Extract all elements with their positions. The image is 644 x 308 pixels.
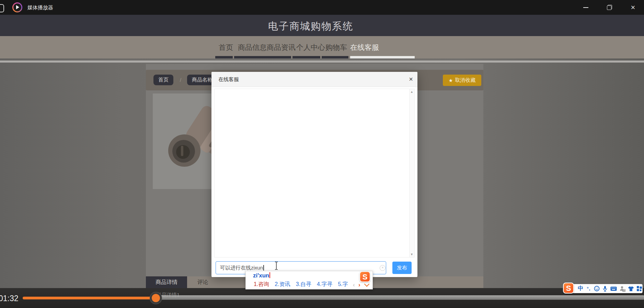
nav-product-news[interactable]: 商品资讯 — [267, 43, 296, 52]
ime-punct-mode-button[interactable]: °, — [586, 285, 592, 293]
nav-home[interactable]: 首页 — [219, 43, 233, 52]
ime-candidate-window: zi'xun 1.咨询 2.资讯 3.自寻 4.字寻 5.字 ‹ › S — [245, 271, 373, 289]
ime-candidate-3[interactable]: 3.自寻 — [296, 281, 311, 288]
dialog-close-icon[interactable]: × — [409, 75, 413, 83]
breadcrumb-separator: / — [180, 77, 181, 83]
page-divider — [0, 60, 644, 63]
nav-online-service[interactable]: 在线客服 — [350, 43, 379, 52]
window-titlebar: 媒体播放器 × — [0, 0, 644, 15]
media-player-icon — [12, 2, 22, 12]
voice-input-icon[interactable] — [602, 285, 608, 293]
ime-candidate-5[interactable]: 5.字 — [338, 281, 348, 288]
unfavorite-label: 取消收藏 — [455, 77, 475, 84]
tab-product-detail[interactable]: 商品详情 — [146, 276, 187, 288]
dialog-title: 在线客服 — [218, 72, 239, 87]
seekbar-progress[interactable] — [23, 297, 154, 299]
player-controls: 商品详情1 01:32 — [0, 288, 644, 308]
nav-personal-center[interactable]: 个人中心 — [296, 43, 325, 52]
clear-input-icon[interactable]: × — [380, 265, 386, 271]
ime-candidate-1[interactable]: 1.咨询 — [254, 281, 269, 288]
restore-icon — [607, 5, 612, 10]
ime-caret — [269, 272, 270, 278]
chat-message-area: ▲ ▼ — [214, 89, 415, 257]
nav-cart[interactable]: 购物车 — [325, 43, 347, 52]
close-window-button[interactable]: × — [623, 0, 643, 15]
seekbar-thumb[interactable] — [150, 292, 162, 304]
cropped-edge-icon — [0, 4, 4, 12]
ime-candidate-4[interactable]: 4.字寻 — [317, 281, 332, 288]
user-level-badge: 15 — [623, 289, 625, 292]
nav-product-info[interactable]: 商品信息 — [238, 43, 267, 52]
send-button[interactable]: 发布 — [392, 262, 412, 274]
text-caret — [263, 265, 264, 271]
seekbar-track[interactable] — [156, 295, 644, 300]
tab-comments[interactable]: 评论 — [187, 276, 219, 288]
restore-button[interactable] — [601, 0, 617, 15]
message-input-value: 可以进行在线zixun — [220, 265, 263, 271]
toolbox-icon[interactable] — [636, 285, 642, 293]
sogou-logo: S — [359, 271, 370, 282]
chat-scrollbar[interactable]: ▲ ▼ — [409, 89, 414, 257]
user-level-icon[interactable]: 15 — [619, 285, 625, 293]
online-service-dialog: 在线客服 × ▲ ▼ 可以进行在线zixun × 发布 — [211, 72, 417, 277]
sogou-logo-button[interactable]: S — [563, 283, 574, 294]
site-header: 电子商城购物系统 — [0, 15, 644, 36]
ime-candidate-2[interactable]: 2.资讯 — [275, 281, 290, 288]
soft-keyboard-icon[interactable] — [610, 285, 617, 293]
window-title: 媒体播放器 — [27, 4, 53, 11]
emoji-icon[interactable] — [594, 285, 600, 293]
dialog-header: 在线客服 × — [211, 72, 417, 87]
site-title: 电子商城购物系统 — [0, 20, 621, 33]
ime-expand-icon[interactable] — [364, 282, 370, 287]
playback-time: 01:32 — [0, 294, 19, 303]
minimize-button[interactable] — [578, 0, 594, 15]
star-icon: ★ — [449, 78, 453, 83]
ime-pinyin: zi'xun — [253, 272, 269, 279]
ime-candidate-list: 1.咨询 2.资讯 3.自寻 4.字寻 5.字 — [254, 281, 348, 288]
ime-lang-mode-button[interactable]: 中 — [578, 285, 584, 293]
ibeam-cursor — [274, 261, 279, 270]
unfavorite-button[interactable]: ★ 取消收藏 — [443, 75, 481, 86]
close-icon: × — [631, 4, 635, 11]
scroll-down-icon[interactable]: ▼ — [410, 253, 413, 256]
skin-icon[interactable] — [628, 285, 634, 293]
minimize-icon — [583, 7, 588, 8]
scroll-up-icon[interactable]: ▲ — [410, 90, 413, 94]
breadcrumb-home[interactable]: 首页 — [153, 75, 173, 85]
ime-next-page-icon[interactable]: › — [358, 282, 360, 288]
ime-prev-page-icon[interactable]: ‹ — [353, 282, 355, 288]
ime-toolbar: S 中 °, 15 — [565, 284, 643, 293]
